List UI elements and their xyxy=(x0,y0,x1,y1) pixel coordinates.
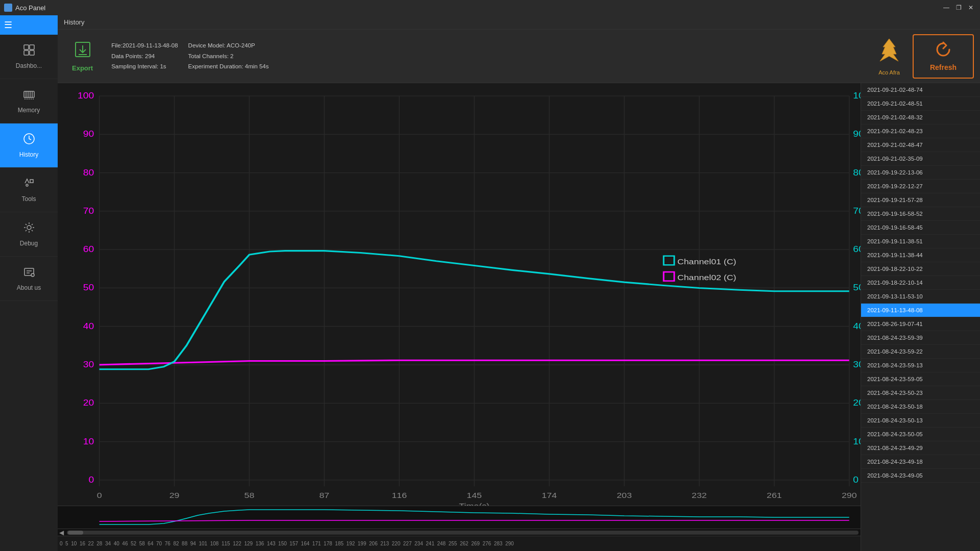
sidebar-item-memory[interactable]: Memory xyxy=(0,79,58,123)
svg-text:80: 80 xyxy=(83,168,94,177)
app-title: Aco Panel xyxy=(15,4,45,12)
sidebar-item-debug[interactable]: Debug xyxy=(0,212,58,257)
list-item[interactable]: 2021-09-21-02-48-32 xyxy=(861,111,980,124)
svg-text:30: 30 xyxy=(853,360,861,369)
list-item[interactable]: 2021-09-19-22-13-06 xyxy=(861,166,980,180)
list-item[interactable]: 2021-08-24-23-50-23 xyxy=(861,386,980,400)
sidebar-history-label: History xyxy=(19,151,38,158)
sidebar-item-dashboard[interactable]: Dashbo... xyxy=(0,35,58,79)
breadcrumb: History xyxy=(58,15,980,30)
svg-text:100: 100 xyxy=(853,91,861,101)
list-item[interactable]: 2021-09-21-02-35-09 xyxy=(861,152,980,166)
svg-text:29: 29 xyxy=(169,491,180,499)
chart-container: 100 90 80 70 60 50 40 30 20 10 0 xyxy=(58,83,861,551)
list-item[interactable]: 2021-08-24-23-50-18 xyxy=(861,400,980,414)
svg-text:i: i xyxy=(32,274,32,277)
history-list[interactable]: 2021-09-21-02-48-742021-09-21-02-48-5120… xyxy=(861,83,980,551)
svg-text:0: 0 xyxy=(97,491,102,499)
svg-rect-1 xyxy=(30,45,34,49)
list-item[interactable]: 2021-09-18-22-10-22 xyxy=(861,262,980,276)
list-item[interactable]: 2021-09-21-02-48-47 xyxy=(861,138,980,152)
chart-main: 100 90 80 70 60 50 40 30 20 10 0 xyxy=(58,83,861,506)
sidebar-item-about[interactable]: i About us xyxy=(0,257,58,301)
list-item[interactable]: 2021-09-11-13-48-08 xyxy=(861,304,980,317)
list-item[interactable]: 2021-09-18-22-10-14 xyxy=(861,276,980,290)
sidebar-tools-label: Tools xyxy=(21,195,36,203)
sidebar-debug-label: Debug xyxy=(20,240,38,247)
window-controls: — ❐ ✕ xyxy=(941,3,976,13)
svg-text:50: 50 xyxy=(853,283,861,292)
svg-text:20: 20 xyxy=(83,398,94,408)
list-item[interactable]: 2021-08-24-23-50-13 xyxy=(861,414,980,428)
content-area: History Export File:2021-09-11-13-48-08 … xyxy=(58,15,980,551)
list-item[interactable]: 2021-08-24-23-59-22 xyxy=(861,345,980,359)
export-button[interactable]: Export xyxy=(64,36,101,76)
list-item[interactable]: 2021-08-26-19-07-41 xyxy=(861,317,980,331)
timeline-ticks: 0 5 10 16 22 28 34 40 46 52 58 64 70 76 … xyxy=(60,541,514,546)
list-item[interactable]: 2021-09-19-22-12-27 xyxy=(861,180,980,193)
svg-text:58: 58 xyxy=(244,491,255,499)
sidebar-header[interactable]: ☰ xyxy=(0,15,58,35)
svg-text:87: 87 xyxy=(319,491,329,499)
list-item[interactable]: 2021-09-13-11-53-10 xyxy=(861,290,980,304)
file-info: File:2021-09-11-13-48-08 Data Points: 29… xyxy=(111,40,178,72)
titlebar: Aco Panel — ❐ ✕ xyxy=(0,0,980,15)
svg-text:232: 232 xyxy=(692,491,707,499)
close-button[interactable]: ✕ xyxy=(966,3,976,13)
refresh-button[interactable]: Refresh xyxy=(913,34,974,79)
list-item[interactable]: 2021-08-24-23-49-18 xyxy=(861,455,980,469)
svg-text:Time(s): Time(s) xyxy=(459,502,489,506)
list-item[interactable]: 2021-08-24-23-59-05 xyxy=(861,372,980,386)
data-points: Data Points: 294 xyxy=(111,51,178,62)
sidebar-item-history[interactable]: History xyxy=(0,123,58,168)
svg-text:50: 50 xyxy=(83,283,94,292)
list-item[interactable]: 2021-09-19-21-57-28 xyxy=(861,193,980,207)
device-info: Device Model: ACO-240P Total Channels: 2… xyxy=(188,40,269,72)
list-item[interactable]: 2021-09-19-11-38-44 xyxy=(861,248,980,262)
list-item[interactable]: 2021-08-24-23-49-29 xyxy=(861,441,980,455)
svg-text:100: 100 xyxy=(78,91,94,101)
restore-button[interactable]: ❐ xyxy=(953,3,964,13)
refresh-icon xyxy=(935,41,951,61)
list-item[interactable]: 2021-09-19-16-58-52 xyxy=(861,207,980,221)
hamburger-icon: ☰ xyxy=(4,19,12,31)
svg-text:Channel02 (C): Channel02 (C) xyxy=(677,273,737,282)
total-channels: Total Channels: 2 xyxy=(188,51,269,62)
list-item[interactable]: 2021-09-19-11-38-51 xyxy=(861,235,980,248)
logo-area: Aco Afra xyxy=(876,37,902,76)
list-item[interactable]: 2021-09-21-02-48-51 xyxy=(861,97,980,111)
svg-text:174: 174 xyxy=(542,491,557,499)
chart-svg: 100 90 80 70 60 50 40 30 20 10 0 xyxy=(58,83,861,506)
svg-text:116: 116 xyxy=(391,491,407,499)
svg-rect-25 xyxy=(58,83,861,506)
dashboard-icon xyxy=(23,44,35,59)
main-layout: ☰ Dashbo... xyxy=(0,15,980,551)
list-item[interactable]: 2021-09-21-02-48-74 xyxy=(861,83,980,97)
memory-icon xyxy=(23,88,35,104)
horizontal-scrollbar[interactable]: ◀ xyxy=(58,529,861,536)
svg-rect-3 xyxy=(30,51,34,55)
list-item[interactable]: 2021-09-19-16-58-45 xyxy=(861,221,980,235)
scroll-track[interactable] xyxy=(67,531,859,535)
list-item[interactable]: 2021-08-24-23-59-39 xyxy=(861,331,980,345)
minimize-button[interactable]: — xyxy=(941,3,951,13)
list-item[interactable]: 2021-08-24-23-49-05 xyxy=(861,469,980,483)
svg-rect-86 xyxy=(58,506,861,529)
list-item[interactable]: 2021-09-21-02-48-23 xyxy=(861,124,980,138)
sidebar-dashboard-label: Dashbo... xyxy=(16,62,42,69)
device-model: Device Model: ACO-240P xyxy=(188,40,269,51)
list-item[interactable]: 2021-08-24-23-50-05 xyxy=(861,428,980,441)
app-icon xyxy=(4,4,12,12)
history-icon xyxy=(23,133,35,148)
svg-text:0: 0 xyxy=(88,475,94,484)
scroll-left-button[interactable]: ◀ xyxy=(58,529,65,536)
about-icon: i xyxy=(23,266,35,281)
svg-text:261: 261 xyxy=(767,491,782,499)
svg-point-16 xyxy=(27,226,31,230)
scroll-thumb[interactable] xyxy=(68,531,83,535)
toolbar: Export File:2021-09-11-13-48-08 Data Poi… xyxy=(58,30,980,83)
breadcrumb-text: History xyxy=(64,18,84,26)
svg-rect-2 xyxy=(24,51,29,55)
list-item[interactable]: 2021-08-24-23-59-13 xyxy=(861,359,980,372)
sidebar-item-tools[interactable]: Tools xyxy=(0,168,58,212)
